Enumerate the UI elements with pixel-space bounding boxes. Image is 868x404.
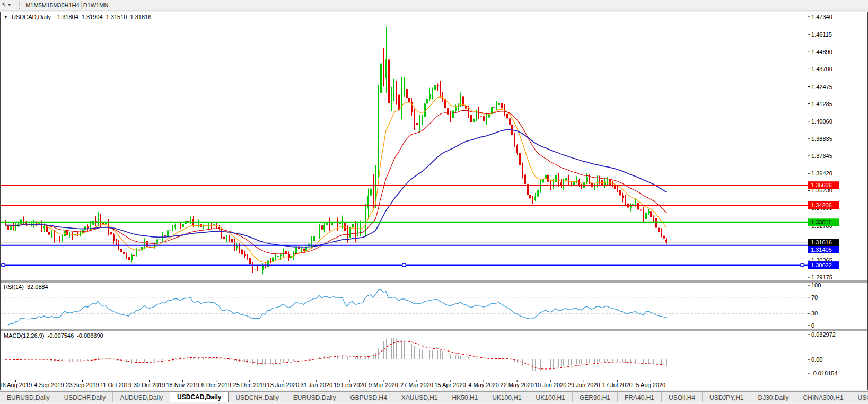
svg-text:0: 0 xyxy=(811,322,814,329)
chart-tab-usdcad-daily[interactable]: USDCAD,Daily xyxy=(170,391,229,403)
svg-text:31 Jan 2020: 31 Jan 2020 xyxy=(301,382,333,388)
svg-text:1.41285: 1.41285 xyxy=(811,101,832,107)
chart-tab-uk100-h1-2[interactable]: UK100,H1 xyxy=(529,392,572,403)
svg-text:16 Aug 2019: 16 Aug 2019 xyxy=(0,382,32,388)
chart-symbol-label: USDCAD,Daily xyxy=(12,14,51,20)
chart-tab-audusd-daily[interactable]: AUDUSD,Daily xyxy=(112,392,170,403)
chart-tab-hk50-h1[interactable]: HK50,H1 xyxy=(445,392,485,403)
ohlc-close: 1.31616 xyxy=(130,14,152,20)
timeframe-button-mn[interactable]: MN xyxy=(99,2,108,8)
chart-canvas[interactable]: 1.473401.461151.448901.437001.424751.412… xyxy=(0,0,868,404)
chart-tab-usoil-h4[interactable]: USOil,H4 xyxy=(661,392,702,403)
rsi-indicator-label: RSI(14) 32.0884 xyxy=(4,284,50,290)
chart-title: ▼ USDCAD,Daily 1.31804 1.31904 1.31510 1… xyxy=(4,14,153,20)
chart-tab-eurusd-daily[interactable]: EURUSD,Daily xyxy=(0,392,57,403)
timeframe-button-m30[interactable]: M30 xyxy=(53,2,64,8)
chart-tab-bar: EURUSD,Daily USDCHF,Daily AUDUSD,Daily U… xyxy=(0,391,868,403)
svg-text:9 Mar 2020: 9 Mar 2020 xyxy=(369,382,398,388)
macd-name: MACD(12,26,9) xyxy=(4,332,44,339)
rsi-value: 32.0884 xyxy=(27,284,48,290)
svg-text:30: 30 xyxy=(811,310,818,317)
timeframe-button-d1[interactable]: D1 xyxy=(83,2,91,8)
svg-text:1.31616: 1.31616 xyxy=(811,239,832,245)
svg-text:1.35606: 1.35606 xyxy=(811,182,832,188)
svg-text:6 Dec 2019: 6 Dec 2019 xyxy=(201,382,231,388)
toolbar-dropdown-caret-icon[interactable]: ▼ xyxy=(7,3,13,7)
svg-text:-0.018154: -0.018154 xyxy=(811,370,838,376)
timeframe-toolbar: ↖ ▼ M1 M5 M15 M30 H1 H4 D1 W1 MN xyxy=(0,0,868,11)
chart-tab-dj30-daily[interactable]: DJ30,Daily xyxy=(751,392,796,403)
svg-text:17 Jul 2020: 17 Jul 2020 xyxy=(602,382,633,388)
toolbar-separator xyxy=(110,1,110,9)
toolbar-separator xyxy=(15,1,15,9)
svg-text:19 Feb 2020: 19 Feb 2020 xyxy=(334,382,366,388)
cursor-icon[interactable]: ↖ xyxy=(0,2,7,8)
svg-text:1.33011: 1.33011 xyxy=(811,219,831,225)
macd-main-value: -0.007546 xyxy=(47,332,74,339)
svg-text:1.42475: 1.42475 xyxy=(811,84,832,90)
chart-tab-gbpusd-h4[interactable]: GBPUSD,H4 xyxy=(343,392,393,403)
ohlc-low: 1.31510 xyxy=(106,14,127,20)
timeframe-button-h1[interactable]: H1 xyxy=(65,2,72,8)
rsi-name: RSI(14) xyxy=(4,284,24,290)
timeframe-button-m5[interactable]: M5 xyxy=(33,2,41,8)
svg-text:1.36420: 1.36420 xyxy=(811,170,832,177)
chart-tab-xauusd-h1[interactable]: XAUUSD,H1 xyxy=(394,392,445,403)
chart-tab-uk100-h1[interactable]: UK100,H1 xyxy=(485,392,528,403)
chart-tab-usdcnh-daily[interactable]: USDCNH,Daily xyxy=(229,392,285,403)
svg-text:4 May 2020: 4 May 2020 xyxy=(468,382,498,388)
chart-tab-usdchf-daily[interactable]: USDCHF,Daily xyxy=(57,392,113,403)
svg-text:1.47340: 1.47340 xyxy=(811,14,832,20)
svg-text:1.34206: 1.34206 xyxy=(811,202,832,208)
svg-text:1.37645: 1.37645 xyxy=(811,153,832,159)
toolbar-separator xyxy=(81,1,82,9)
timeframe-button-m1[interactable]: M1 xyxy=(25,2,33,8)
svg-text:25 Dec 2019: 25 Dec 2019 xyxy=(233,382,266,388)
chart-tab-china300-h1[interactable]: CHINA300,H1 xyxy=(796,392,851,403)
svg-text:100: 100 xyxy=(811,282,821,288)
svg-text:22 May 2020: 22 May 2020 xyxy=(500,382,534,388)
svg-text:13 Jan 2020: 13 Jan 2020 xyxy=(267,382,300,388)
timeframe-button-h4[interactable]: H4 xyxy=(72,2,80,8)
svg-text:18 Nov 2019: 18 Nov 2019 xyxy=(166,382,199,388)
svg-text:15 Apr 2020: 15 Apr 2020 xyxy=(434,382,466,388)
timeframe-button-w1[interactable]: W1 xyxy=(91,2,100,8)
ohlc-open: 1.31804 xyxy=(57,14,78,20)
svg-text:0.032972: 0.032972 xyxy=(811,331,836,338)
chart-tab-usoil-h1[interactable]: USOil,H1 xyxy=(851,392,868,403)
svg-text:0.00: 0.00 xyxy=(811,356,822,363)
svg-text:29 Jun 2020: 29 Jun 2020 xyxy=(568,382,600,388)
svg-text:5 Aug 2020: 5 Aug 2020 xyxy=(636,382,666,388)
svg-text:1.31405: 1.31405 xyxy=(811,247,832,253)
svg-text:70: 70 xyxy=(811,294,818,301)
svg-text:30 Oct 2019: 30 Oct 2019 xyxy=(134,382,165,388)
svg-text:10 Jun 2020: 10 Jun 2020 xyxy=(534,382,567,388)
chart-title-marker-icon[interactable]: ▼ xyxy=(4,15,8,20)
svg-text:1.38835: 1.38835 xyxy=(811,136,832,142)
ohlc-high: 1.31904 xyxy=(82,14,103,20)
svg-text:23 Sep 2019: 23 Sep 2019 xyxy=(66,382,99,388)
svg-text:1.40060: 1.40060 xyxy=(811,118,832,125)
macd-signal-value: -0.006390 xyxy=(77,332,103,339)
chart-tab-eurusd-daily-2[interactable]: EURUSD,Daily xyxy=(286,392,343,403)
svg-text:4 Sep 2019: 4 Sep 2019 xyxy=(34,382,64,388)
svg-text:1.46115: 1.46115 xyxy=(811,31,832,38)
svg-text:1.29175: 1.29175 xyxy=(811,274,832,280)
svg-text:1.44890: 1.44890 xyxy=(811,49,832,55)
macd-indicator-label: MACD(12,26,9) -0.007546 -0.006390 xyxy=(4,332,105,339)
svg-text:27 Mar 2020: 27 Mar 2020 xyxy=(400,382,433,388)
svg-text:1.43700: 1.43700 xyxy=(811,66,832,72)
toolbar-grip-handle[interactable] xyxy=(19,2,22,9)
timeframe-button-m15[interactable]: M15 xyxy=(42,2,53,8)
chart-tab-usdjpy-h1[interactable]: USDJPY,H1 xyxy=(702,392,750,403)
chart-tab-fra40-h1[interactable]: FRA40,H1 xyxy=(617,392,661,403)
svg-text:11 Oct 2019: 11 Oct 2019 xyxy=(100,382,131,388)
chart-tab-ger30-h1[interactable]: GER30,H1 xyxy=(572,392,617,403)
svg-text:1.30022: 1.30022 xyxy=(811,262,832,268)
